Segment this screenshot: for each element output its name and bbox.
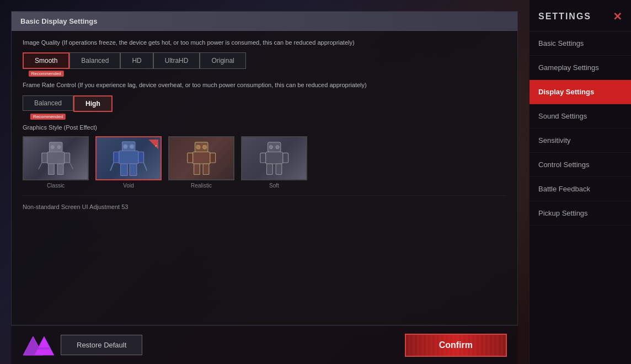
svg-rect-23 [210,153,216,163]
panel-title: Basic Display Settings [20,17,97,25]
soft-label: Soft [269,183,279,189]
svg-rect-22 [188,153,193,163]
svg-rect-13 [138,152,144,163]
classic-label: Classic [47,183,65,189]
svg-point-35 [276,145,279,148]
graphics-void-wrapper[interactable]: Void [95,136,162,189]
smooth-recommended-badge: Recommended [29,71,64,77]
svg-line-18 [110,163,114,171]
app-logo [22,334,55,356]
realistic-label: Realistic [191,183,212,189]
graphics-section: Graphics Style (Post Effect) [23,124,506,189]
bottom-bar: Restore Default Confirm [11,325,518,364]
graphics-realistic-wrapper[interactable]: Realistic [168,136,234,189]
sidebar-item-basic-settings[interactable]: Basic Settings [530,31,631,56]
svg-rect-32 [266,164,272,175]
svg-point-34 [269,145,272,148]
graphics-classic-inner [24,137,88,179]
logo-area: Restore Default [22,334,142,356]
svg-line-8 [39,163,42,169]
svg-rect-14 [120,164,127,175]
graphics-classic-thumbnail [23,136,89,180]
sidebar-item-battle-feedback[interactable]: Battle Feedback [530,177,631,201]
quality-original-button[interactable]: Original [200,52,245,69]
graphics-soft-thumbnail [241,136,307,180]
svg-rect-30 [260,153,266,163]
svg-rect-21 [192,152,210,163]
framerate-balanced-button[interactable]: Balanced [23,95,73,111]
sidebar-nav: Basic Settings Gameplay Settings Display… [530,31,631,364]
graphics-soft-wrapper[interactable]: Soft [241,136,307,189]
panel-header: Basic Display Settings [12,12,517,31]
restore-default-button[interactable]: Restore Default [61,335,142,355]
svg-rect-25 [203,164,209,175]
svg-point-7 [57,145,61,148]
svg-line-9 [69,163,73,169]
screen-adjust: Non-standard Screen UI Adjustment 53 [23,204,506,210]
framerate-recommended-badge: Recommended [30,114,66,120]
soft-mech-icon [245,140,303,177]
quality-ultrahd-button[interactable]: UltraHD [153,52,200,69]
svg-rect-33 [276,164,282,175]
framerate-section: Frame Rate Control (If you experience la… [23,81,506,111]
settings-panel: Basic Display Settings Image Quality (If… [11,11,518,325]
sidebar-item-gameplay-settings[interactable]: Gameplay Settings [530,56,631,80]
panel-body: Image Quality (If operations freeze, the… [12,31,517,218]
graphics-soft-inner [242,137,306,179]
graphics-realistic-inner [169,137,233,179]
classic-mech-icon [27,140,84,177]
sidebar-item-pickup-settings[interactable]: Pickup Settings [530,201,631,226]
svg-rect-29 [265,152,282,163]
settings-sidebar: SETTINGS ✕ Basic Settings Gameplay Setti… [529,0,631,364]
svg-rect-5 [57,164,63,175]
framerate-balanced-wrapper: Balanced Recommended [23,95,73,112]
framerate-label: Frame Rate Control (If you experience la… [23,81,506,89]
svg-point-26 [196,145,200,149]
graphics-void-inner [97,137,161,179]
svg-point-6 [51,145,54,148]
section-divider [23,195,506,196]
main-content: Basic Display Settings Image Quality (If… [0,0,529,364]
svg-rect-4 [48,164,54,175]
svg-rect-1 [47,152,64,163]
image-quality-label: Image Quality (If operations freeze, the… [23,39,506,47]
svg-rect-11 [119,151,138,163]
svg-rect-24 [194,164,200,175]
framerate-high-button[interactable]: High [73,95,113,112]
svg-rect-3 [65,153,70,163]
void-label: Void [123,183,133,189]
graphics-void-thumbnail [95,136,162,180]
sidebar-item-sound-settings[interactable]: Sound Settings [530,104,631,129]
quality-hd-button[interactable]: HD [120,52,153,69]
quality-smooth-wrapper: Smooth Recommended [23,52,69,69]
sidebar-title: SETTINGS [538,12,591,22]
screen-adjust-label: Non-standard Screen UI Adjustment [23,204,120,210]
svg-point-27 [202,145,206,149]
sidebar-header: SETTINGS ✕ [530,0,631,31]
screen-adjust-value: 53 [121,204,128,210]
void-mech-icon [100,140,157,177]
confirm-button[interactable]: Confirm [405,334,507,357]
quality-balanced-button[interactable]: Balanced [69,52,120,69]
quality-smooth-button[interactable]: Smooth [23,52,69,69]
sidebar-item-display-settings[interactable]: Display Settings [530,80,631,104]
close-button[interactable]: ✕ [613,10,622,23]
graphics-realistic-thumbnail [168,136,234,180]
svg-point-16 [123,144,127,148]
graphics-thumbnails: Classic [23,136,506,189]
svg-rect-15 [130,164,137,175]
quality-buttons: Smooth Recommended Balanced HD UltraHD O… [23,52,506,69]
svg-rect-31 [283,153,288,163]
realistic-mech-icon [173,140,230,177]
svg-rect-12 [114,152,119,163]
graphics-classic-wrapper[interactable]: Classic [23,136,89,189]
graphics-label: Graphics Style (Post Effect) [23,124,506,131]
sidebar-item-control-settings[interactable]: Control Settings [530,153,631,177]
svg-rect-2 [42,153,47,163]
sidebar-item-sensitivity[interactable]: Sensitivity [530,129,631,153]
svg-line-19 [143,163,147,171]
svg-rect-38 [28,347,50,350]
framerate-buttons: Balanced Recommended High [23,95,506,112]
svg-point-17 [130,144,134,148]
